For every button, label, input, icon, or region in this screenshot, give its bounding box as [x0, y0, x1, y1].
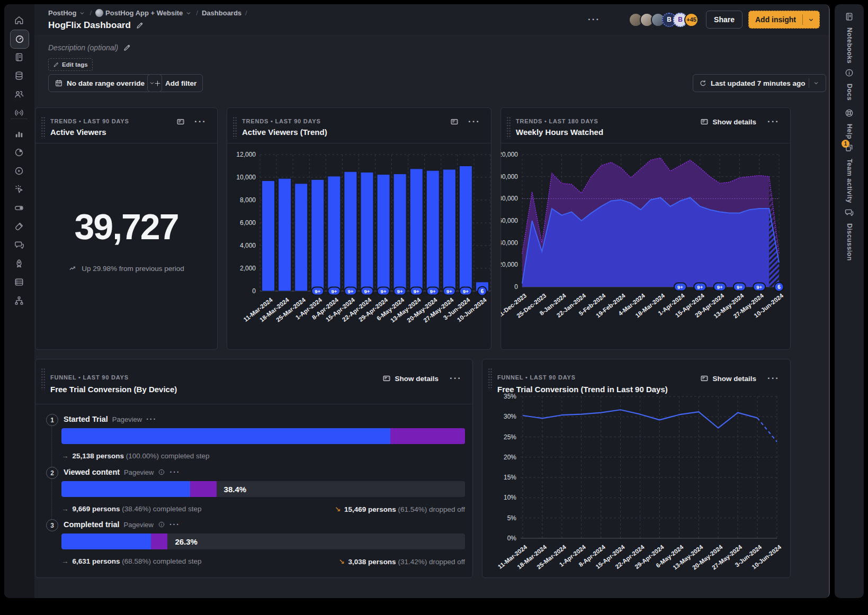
sidebar-item-data-warehouse[interactable] — [10, 273, 28, 291]
chevron-down-icon — [807, 16, 815, 24]
conversion-trend-line-chart[interactable]: 0%5%10%15%20%25%30%35%11-Mar-202418-Mar-… — [482, 391, 791, 578]
sidebar-item-product-analytics[interactable] — [10, 125, 28, 143]
sidebar-item-data[interactable] — [10, 67, 28, 85]
card-more-button[interactable]: ··· — [445, 371, 466, 386]
card-more-button[interactable]: ··· — [190, 114, 211, 129]
svg-text:9+: 9+ — [446, 288, 452, 294]
sidebar-item-surveys[interactable] — [10, 236, 28, 254]
svg-text:35%: 35% — [504, 393, 516, 400]
funnel-conversion-label: 26.3% — [175, 533, 198, 549]
card-weekly-hours: TRENDS • LAST 180 DAYS Weekly Hours Watc… — [500, 107, 791, 350]
edit-description-button[interactable] — [123, 43, 131, 52]
active-viewers-trend-bar-chart[interactable]: 02,0004,0006,0008,00010,00012,0009+9+9+9… — [227, 143, 492, 350]
card-title[interactable]: Free Trial Conversion (By Device) — [50, 385, 177, 394]
sidebar-item-experiments[interactable] — [10, 218, 28, 236]
svg-text:9+: 9+ — [414, 288, 419, 294]
breadcrumb-org[interactable]: PostHog — [48, 9, 86, 17]
funnel-step-event: Pageview — [112, 415, 142, 423]
arrow-down-right-icon: ↘ — [338, 557, 344, 566]
show-details-button[interactable]: Show details — [379, 372, 442, 385]
funnel-bar[interactable] — [61, 533, 465, 549]
drag-handle[interactable] — [232, 116, 237, 139]
sidebar-item-pipeline[interactable] — [10, 292, 28, 310]
edit-tags-label: Edit tags — [62, 61, 88, 68]
sidebar-item-toolbar[interactable] — [10, 180, 28, 198]
svg-text:9+: 9+ — [347, 288, 353, 294]
rail-item-help[interactable]: Help — [835, 108, 864, 139]
card-meta: FUNNEL • LAST 90 DAYS — [50, 374, 129, 381]
funnel-step-name[interactable]: Completed trial — [64, 520, 120, 529]
funnel-step-more-button[interactable]: ··· — [169, 520, 180, 529]
card-funnel-device: FUNNEL • LAST 90 DAYS Free Trial Convers… — [35, 359, 473, 578]
svg-text:8,000: 8,000 — [240, 196, 256, 204]
refresh-button[interactable]: Last updated 7 minutes ago — [693, 74, 826, 92]
sidebar-item-dashboards[interactable] — [10, 30, 29, 49]
breadcrumb-project[interactable]: PostHog App + Website — [95, 9, 192, 17]
rail-item-docs[interactable]: Docs — [835, 68, 864, 101]
rail-item-discussion[interactable]: Discussion — [835, 207, 864, 261]
funnel-bar[interactable] — [61, 428, 465, 444]
sidebar-item-people[interactable] — [10, 85, 28, 103]
funnel-completed-persons[interactable]: 25,138 persons — [73, 452, 124, 460]
people-icon — [14, 89, 24, 100]
funnel-bar[interactable] — [61, 481, 465, 497]
sidebar-item-feature-flags[interactable] — [10, 199, 28, 217]
card-more-button[interactable]: ··· — [763, 114, 784, 129]
avatar-overflow-count[interactable]: +45 — [684, 13, 699, 27]
description-placeholder[interactable]: Description (optional) — [48, 43, 118, 52]
show-details-button[interactable]: Show details — [696, 372, 760, 385]
svg-text:40,000: 40,000 — [501, 239, 518, 247]
card-details-icon-button[interactable] — [448, 115, 461, 128]
funnel-step-more-button[interactable]: ··· — [169, 468, 180, 476]
funnel-step-name[interactable]: Started Trial — [64, 415, 108, 423]
svg-text:100,000: 100,000 — [501, 173, 518, 180]
edit-tags-button[interactable]: Edit tags — [48, 58, 93, 71]
funnel-step-number: 1 — [46, 414, 58, 426]
weekly-hours-area-chart[interactable]: 020,00040,00060,00080,000100,000120,0009… — [501, 143, 791, 350]
card-title[interactable]: Weekly Hours Watched — [516, 128, 603, 137]
left-sidebar — [4, 4, 35, 598]
drag-handle[interactable] — [41, 116, 46, 139]
page-title: HogFlix Dashboard — [48, 20, 144, 31]
funnel-step-header: Viewed contentPageview··· — [64, 468, 180, 476]
card-more-button[interactable]: ··· — [464, 114, 485, 129]
details-icon — [382, 374, 391, 383]
rail-item-team-activity[interactable]: 1Team activity — [835, 143, 864, 203]
funnel-dropped-persons[interactable]: 3,038 persons — [348, 558, 396, 566]
drag-handle[interactable] — [41, 368, 46, 390]
dashboard-more-button[interactable]: ··· — [584, 12, 604, 27]
drag-handle[interactable] — [506, 116, 511, 139]
activity-icon — [14, 107, 24, 118]
svg-text:0: 0 — [252, 287, 256, 295]
add-insight-button[interactable]: Add insight — [748, 11, 820, 29]
edit-title-button[interactable] — [136, 21, 144, 30]
drag-handle[interactable] — [488, 368, 493, 390]
card-title[interactable]: Active Viewers (Trend) — [242, 128, 327, 137]
pipeline-icon — [14, 295, 24, 306]
chevron-down-icon[interactable] — [803, 16, 819, 24]
card-title[interactable]: Active Viewers — [50, 128, 106, 137]
card-details-icon-button[interactable] — [174, 115, 187, 128]
sidebar-item-session-replay[interactable] — [10, 162, 28, 180]
show-details-button[interactable]: Show details — [696, 115, 760, 128]
sidebar-item-home[interactable] — [10, 11, 28, 29]
sidebar-item-web-analytics[interactable] — [10, 143, 28, 161]
breadcrumb-dashboards[interactable]: Dashboards — [202, 9, 241, 17]
rail-item-label: Team activity — [846, 159, 853, 203]
rail-item-label: Notebooks — [846, 28, 853, 64]
svg-text:25%: 25% — [504, 433, 516, 441]
sidebar-item-early-access[interactable] — [10, 255, 28, 273]
share-button[interactable]: Share — [706, 11, 742, 29]
date-range-filter-button[interactable]: No date range override — [48, 74, 162, 92]
funnel-step-more-button[interactable]: ··· — [146, 415, 157, 423]
rail-item-notebooks[interactable]: Notebooks — [835, 12, 864, 64]
web-analytics-icon — [14, 147, 24, 158]
add-filter-button[interactable]: Add filter — [147, 74, 203, 92]
funnel-step-name[interactable]: Viewed content — [64, 468, 120, 476]
card-viewers-trend: TRENDS • LAST 90 DAYS Active Viewers (Tr… — [227, 107, 491, 350]
sidebar-item-notebooks[interactable] — [10, 48, 28, 66]
card-more-button[interactable]: ··· — [763, 371, 784, 386]
svg-text:9+: 9+ — [364, 288, 370, 294]
funnel-dropped-persons[interactable]: 15,469 persons — [344, 505, 396, 513]
rail-icon-wrap — [844, 68, 854, 80]
